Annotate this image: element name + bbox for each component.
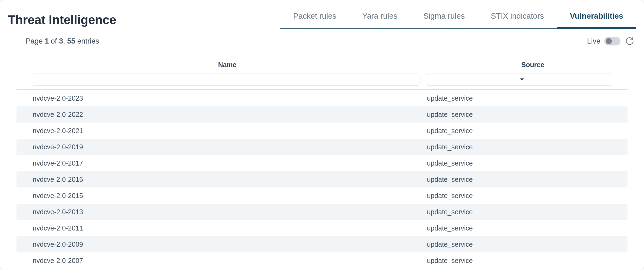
refresh-icon[interactable] (624, 36, 635, 47)
cell-source: update_service (420, 176, 612, 183)
cell-name: nvdcve-2.0-2011 (32, 224, 420, 232)
cell-name: nvdcve-2.0-2007 (32, 257, 420, 265)
pagination-suffix: entries (75, 37, 99, 45)
table-row[interactable]: nvdcve-2.0-2017update_service (16, 155, 628, 171)
tab-yara-rules[interactable]: Yara rules (349, 7, 410, 29)
cell-source: update_service (420, 241, 612, 248)
cell-name: nvdcve-2.0-2019 (32, 143, 420, 151)
pagination-comma: , (63, 37, 67, 45)
tabs-container: Packet rulesYara rulesSigma rulesSTIX in… (280, 7, 636, 29)
table-body: nvdcve-2.0-2023update_servicenvdcve-2.0-… (16, 90, 628, 269)
chevron-down-icon (520, 78, 524, 81)
table-row[interactable]: nvdcve-2.0-2022update_service (16, 106, 628, 123)
table-row[interactable]: nvdcve-2.0-2021update_service (16, 123, 628, 139)
filter-row: - (16, 74, 628, 90)
live-label: Live (587, 37, 600, 45)
pagination-info: Page 1 of 3, 55 entries (26, 37, 99, 45)
table-row[interactable]: nvdcve-2.0-2011update_service (16, 220, 628, 236)
table-row[interactable]: nvdcve-2.0-2015update_service (16, 187, 628, 204)
cell-source: update_service (420, 159, 612, 167)
page-title: Threat Intelligence (8, 12, 116, 29)
cell-source: update_service (420, 143, 612, 151)
table-row[interactable]: nvdcve-2.0-2007update_service (16, 252, 628, 269)
cell-source: update_service (420, 111, 612, 118)
cell-name: nvdcve-2.0-2023 (32, 94, 420, 102)
cell-source: update_service (420, 208, 612, 216)
tab-packet-rules[interactable]: Packet rules (280, 7, 349, 29)
table-headers: Name Source (16, 58, 628, 74)
cell-source: update_service (420, 257, 612, 265)
tab-vulnerabilities[interactable]: Vulnerabilities (557, 7, 636, 29)
cell-name: nvdcve-2.0-2009 (32, 241, 420, 248)
cell-source: update_service (420, 94, 612, 102)
table-row[interactable]: nvdcve-2.0-2019update_service (16, 139, 628, 155)
tab-sigma-rules[interactable]: Sigma rules (410, 7, 478, 29)
cell-source: update_service (420, 127, 612, 135)
table-row[interactable]: nvdcve-2.0-2009update_service (16, 236, 628, 252)
column-header-source[interactable]: Source (438, 61, 628, 69)
live-toggle[interactable] (604, 37, 620, 45)
pagination-prefix: Page (26, 37, 45, 45)
table-row[interactable]: nvdcve-2.0-2023update_service (16, 90, 628, 106)
table-row[interactable]: nvdcve-2.0-2013update_service (16, 204, 628, 220)
cell-name: nvdcve-2.0-2016 (32, 176, 420, 183)
cell-source: update_service (420, 224, 612, 232)
cell-name: nvdcve-2.0-2022 (32, 111, 420, 118)
toggle-knob (606, 38, 612, 44)
source-filter-value: - (515, 76, 517, 83)
pagination-total-pages: 3 (59, 37, 63, 45)
column-header-name[interactable]: Name (16, 61, 438, 69)
cell-name: nvdcve-2.0-2021 (32, 127, 420, 135)
cell-name: nvdcve-2.0-2015 (32, 192, 420, 200)
source-filter-select[interactable]: - (427, 74, 612, 85)
pagination-total-entries: 55 (67, 37, 75, 45)
pagination-of: of (49, 37, 59, 45)
table-row[interactable]: nvdcve-2.0-2016update_service (16, 171, 628, 187)
cell-name: nvdcve-2.0-2013 (32, 208, 420, 216)
live-controls: Live (587, 36, 636, 47)
cell-name: nvdcve-2.0-2017 (32, 159, 420, 167)
cell-source: update_service (420, 192, 612, 200)
pagination-current: 1 (45, 37, 49, 45)
tab-stix-indicators[interactable]: STIX indicators (478, 7, 557, 29)
name-filter-input[interactable] (32, 74, 420, 85)
